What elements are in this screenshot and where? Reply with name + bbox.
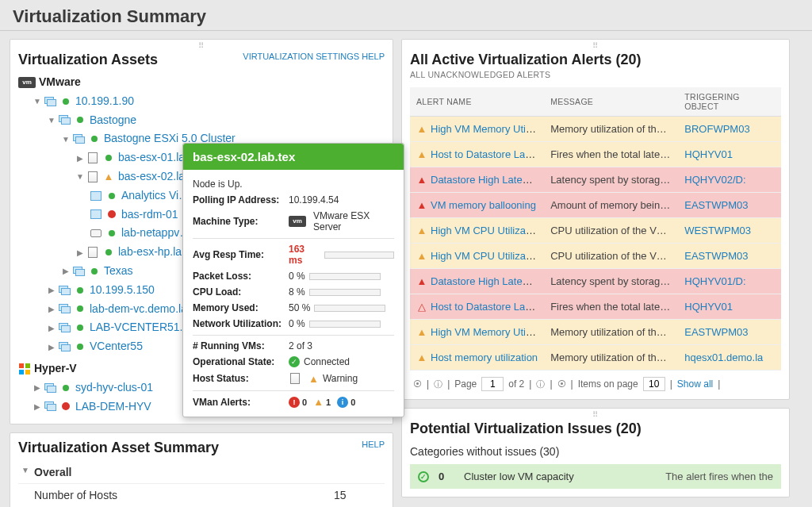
toggle-icon[interactable]: ▶ — [47, 283, 56, 297]
vmware-icon: vm — [289, 216, 306, 227]
alert-name-link[interactable]: Datastore High Latency — [431, 275, 538, 287]
issue-row[interactable]: ✓ 0 Cluster low VM capacity The alert fi… — [410, 464, 781, 489]
pager-next[interactable]: ⓘ — [536, 378, 545, 390]
alert-name-link[interactable]: High VM Memory Utilization — [431, 123, 544, 135]
warn-icon: ▲ — [308, 373, 319, 385]
tree-node[interactable]: lab-dem-vc.demo.lab — [90, 300, 193, 319]
tree-node[interactable]: Bastogne — [90, 111, 136, 130]
alert-name-link[interactable]: High VM Memory Utilization — [431, 326, 544, 338]
alerts-subtitle: ALL UNACKNOWLEDGED ALERTS — [410, 70, 781, 79]
alert-name-link[interactable]: Host to Datastore Latency — [431, 148, 544, 160]
alert-name-link[interactable]: Host memory utilization — [431, 351, 538, 363]
alert-row[interactable]: ▲Datastore High LatencyLatency spent by … — [410, 167, 781, 193]
tree-node[interactable]: VCenter55 — [90, 337, 143, 356]
assets-title: Virtualization Assets — [18, 52, 158, 68]
tooltip-cpu: 8 % — [289, 286, 305, 298]
virtualization-settings-link[interactable]: VIRTUALIZATION SETTINGS — [243, 52, 359, 61]
col-triggering-object[interactable]: TRIGGERING OBJECT — [678, 87, 781, 117]
triggering-object-link[interactable]: hqesx01.demo.la — [684, 351, 763, 363]
alert-row[interactable]: ▲Host to Datastore LatencyFires when the… — [410, 142, 781, 167]
toggle-icon[interactable]: ▼ — [47, 113, 56, 127]
col-message[interactable]: MESSAGE — [544, 87, 678, 117]
status-up-icon — [105, 227, 118, 240]
toggle-icon[interactable]: ▶ — [75, 152, 85, 165]
status-up-icon — [74, 284, 86, 297]
issue-name: Cluster low VM capacity — [464, 471, 656, 482]
triggering-object-link[interactable]: HQHYV02/D: — [684, 174, 745, 186]
toggle-icon[interactable]: ▶ — [47, 321, 56, 335]
toggle-icon[interactable]: ▼ — [75, 170, 85, 183]
toggle-icon[interactable]: ▼ — [61, 133, 71, 146]
severity-icon: ▲ — [416, 275, 427, 287]
toggle-icon[interactable]: ▶ — [75, 246, 85, 259]
triggering-object-link[interactable]: HQHYV01/D: — [684, 275, 745, 287]
triggering-object-link[interactable]: BROFWPM03 — [684, 123, 749, 135]
vman-info-count: 0 — [350, 398, 355, 407]
tooltip-opstate: Connected — [304, 356, 350, 367]
tree-node[interactable]: lab-netappv… — [121, 224, 190, 243]
tree-node[interactable]: LAB-DEM-HYV — [75, 398, 151, 417]
pager-showall[interactable]: Show all — [677, 378, 713, 390]
panel-grip[interactable]: ⠿ — [410, 41, 781, 50]
host-icon — [289, 372, 301, 385]
alert-row[interactable]: ▲Datastore High LatencyLatency spent by … — [410, 269, 781, 294]
issues-category-label[interactable]: Categories without issues (30) — [410, 445, 781, 458]
status-up-icon — [59, 382, 72, 394]
toggle-icon[interactable]: ▶ — [33, 381, 42, 394]
alert-row[interactable]: ▲High VM Memory UtilizationMemory utiliz… — [410, 117, 781, 142]
status-up-icon — [88, 265, 101, 278]
triggering-object-link[interactable]: HQHYV01 — [684, 301, 733, 313]
alert-row[interactable]: ▲Host memory utilizationMemory utilizati… — [410, 345, 781, 371]
triggering-object-link[interactable]: WESTWPM03 — [684, 225, 751, 236]
alert-row[interactable]: ▲High VM Memory UtilizationMemory utiliz… — [410, 320, 781, 345]
status-up-icon — [74, 321, 86, 334]
alert-message: Latency spent by storage I/O req… — [544, 167, 678, 193]
pager-prev[interactable]: ⓘ — [434, 378, 442, 390]
panel-grip[interactable]: ⠿ — [18, 41, 385, 50]
col-alert-name[interactable]: ALERT NAME — [410, 87, 544, 117]
host-icon — [86, 152, 99, 164]
toggle-icon[interactable]: ▶ — [33, 400, 42, 413]
triggering-object-link[interactable]: EASTWPM03 — [684, 326, 748, 338]
overall-label: Overall — [34, 466, 381, 478]
alert-row[interactable]: ▲High VM CPU UtilizationCPU utilization … — [410, 218, 781, 244]
tree-node[interactable]: 10.199.5.150 — [90, 281, 155, 300]
help-link[interactable]: HELP — [362, 52, 385, 61]
tooltip-mem: 50 % — [289, 302, 310, 313]
tree-node[interactable]: Texas — [104, 262, 133, 281]
toggle-icon[interactable]: ▶ — [61, 264, 71, 278]
triggering-object-link[interactable]: HQHYV01 — [684, 148, 733, 160]
pager-first[interactable]: ⦿ — [413, 379, 422, 389]
alert-message: CPU utilization of the VM over 70% — [544, 244, 678, 269]
alert-row[interactable]: ▲High VM CPU UtilizationCPU utilization … — [410, 244, 781, 269]
pager-items-input[interactable] — [643, 377, 665, 391]
tree-node[interactable]: bas-rdm-01 — [121, 205, 178, 225]
tree-node[interactable]: 10.199.1.90 — [75, 92, 134, 111]
vmware-root[interactable]: VMware — [39, 73, 81, 92]
check-icon: ✓ — [418, 471, 429, 482]
panel-grip[interactable]: ⠿ — [410, 410, 781, 419]
toggle-icon[interactable]: ▼ — [33, 94, 42, 108]
triggering-object-link[interactable]: EASTWPM03 — [684, 250, 748, 262]
toggle-icon[interactable]: ▶ — [47, 340, 56, 354]
tree-node[interactable]: Analytics Vi… — [121, 186, 190, 205]
severity-icon: ▲ — [416, 174, 427, 186]
alert-name-link[interactable]: High VM CPU Utilization — [431, 250, 542, 262]
issue-desc: The alert fires when the — [665, 471, 773, 482]
pager-page-input[interactable] — [481, 377, 504, 391]
triggering-object-link[interactable]: EASTWPM03 — [684, 199, 748, 211]
alert-name-link[interactable]: VM memory ballooning — [431, 199, 536, 211]
alert-name-link[interactable]: High VM CPU Utilization — [431, 225, 542, 236]
toggle-icon[interactable]: ▼ — [21, 466, 34, 478]
pager-last[interactable]: ⦿ — [557, 379, 566, 389]
tree-node[interactable]: syd-hyv-clus-01 — [75, 378, 153, 398]
alert-row[interactable]: △Host to Datastore LatencyFires when the… — [410, 294, 781, 320]
hyperv-root[interactable]: Hyper-V — [34, 359, 77, 378]
help-link[interactable]: HELP — [362, 440, 385, 449]
summary-overall-row[interactable]: ▼ Overall — [18, 461, 385, 484]
disk-icon — [90, 227, 102, 240]
alert-name-link[interactable]: Host to Datastore Latency — [431, 301, 544, 313]
alert-name-link[interactable]: Datastore High Latency — [431, 174, 538, 186]
toggle-icon[interactable]: ▶ — [47, 302, 56, 316]
alert-row[interactable]: ▲VM memory ballooningAmount of memory be… — [410, 193, 781, 218]
